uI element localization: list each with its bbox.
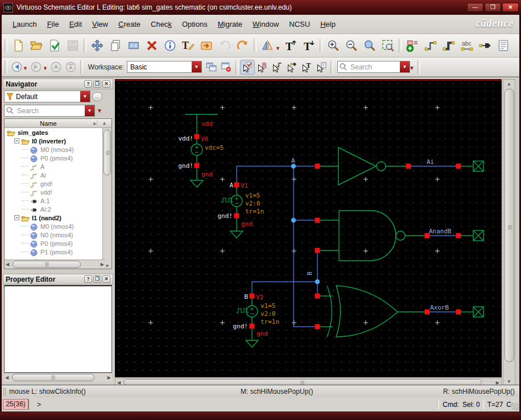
- new-file-button[interactable]: [9, 36, 27, 55]
- cursor-pin-button[interactable]: [284, 60, 299, 75]
- cursor-text-button[interactable]: T: [299, 60, 314, 75]
- nav-caret[interactable]: ▼: [43, 65, 48, 71]
- zoom-region-button[interactable]: [379, 36, 397, 55]
- ws-save-button[interactable]: [204, 60, 219, 75]
- tree-item-vdd-[interactable]: vdd!: [5, 188, 105, 196]
- workspace-select[interactable]: Basic ▼: [127, 61, 202, 73]
- nav-back-button[interactable]: [9, 60, 24, 75]
- nav-forward-button[interactable]: [29, 60, 44, 75]
- pin-square[interactable]: [195, 134, 200, 139]
- tree-item-p0-pmos4-[interactable]: P0 (pmos4): [5, 154, 105, 162]
- pin-square[interactable]: [315, 294, 320, 299]
- create-instance-button[interactable]: [403, 36, 421, 55]
- menu-window[interactable]: Window: [247, 18, 284, 31]
- close-button[interactable]: ✕: [502, 3, 519, 12]
- tree-item-m0-nmos4-[interactable]: M0 (nmos4): [5, 222, 105, 230]
- pin-square[interactable]: [456, 233, 461, 238]
- create-wide-wire-button[interactable]: [440, 36, 458, 55]
- menu-check[interactable]: Check: [146, 18, 177, 31]
- pin-square[interactable]: [250, 294, 255, 299]
- property-editor-float-button[interactable]: ❐: [93, 275, 101, 283]
- tree-item-gnd-[interactable]: gnd!: [5, 179, 105, 188]
- tree-header[interactable]: Name ▲ ▲: [5, 119, 111, 128]
- nav-caret[interactable]: ▼: [23, 65, 28, 71]
- stretch-button[interactable]: [125, 36, 143, 55]
- zoom-out-button[interactable]: [342, 36, 361, 55]
- tree-item-p0-pmos4-[interactable]: P0 (pmos4): [5, 239, 105, 248]
- pin-square[interactable]: [315, 248, 320, 253]
- pin-square[interactable]: [456, 310, 461, 315]
- tree-item-i1-nand2-[interactable]: −I1 (nand2): [5, 213, 105, 222]
- create-wire-button[interactable]: [421, 36, 440, 55]
- menu-launch[interactable]: Launch: [7, 18, 42, 31]
- pin-square[interactable]: [456, 164, 461, 169]
- pin-square[interactable]: [195, 163, 200, 168]
- zoom-in-button[interactable]: [324, 36, 342, 55]
- tree-item-a[interactable]: A: [5, 162, 105, 171]
- menu-file[interactable]: File: [42, 18, 64, 31]
- tree-item-n0-nmos4-[interactable]: N0 (nmos4): [5, 230, 105, 239]
- property-editor-close-button[interactable]: ✕: [102, 275, 110, 283]
- pin-square[interactable]: [406, 164, 411, 169]
- navigator-filter-select[interactable]: Default ▼: [4, 90, 90, 102]
- tree-item-m0-nmos4-[interactable]: M0 (nmos4): [5, 145, 105, 154]
- pin-square[interactable]: [315, 218, 320, 223]
- move-button[interactable]: [88, 36, 106, 55]
- navigator-search-more[interactable]: ▼: [97, 108, 102, 114]
- delete-button[interactable]: [143, 36, 161, 55]
- mirror-caret[interactable]: ▼: [275, 46, 280, 51]
- command-prompt[interactable]: >: [37, 401, 41, 409]
- properties-info-button[interactable]: [161, 36, 179, 55]
- search-caret[interactable]: ▼: [400, 61, 410, 72]
- tree-item-sim-gates[interactable]: sim_gates: [5, 128, 105, 137]
- filter-caret[interactable]: ▼: [80, 91, 90, 102]
- pin-square[interactable]: [425, 310, 430, 315]
- mirror-button[interactable]: [258, 36, 276, 55]
- wire-junction[interactable]: [291, 164, 296, 168]
- edit-text-button[interactable]: T: [179, 36, 197, 55]
- nav-up-button[interactable]: [49, 60, 64, 75]
- schematic-canvas[interactable]: vddvdd!V0vdc=5gnd!gndAV1v1=5v2:0tr=1ngnd…: [115, 79, 502, 377]
- pin-square[interactable]: [315, 164, 320, 169]
- search-more-caret[interactable]: ▼: [409, 65, 415, 71]
- wire-junction[interactable]: [291, 218, 296, 223]
- workspace-caret[interactable]: ▼: [192, 61, 201, 72]
- undo-button[interactable]: [216, 36, 234, 55]
- tree-item-i0-inverter-[interactable]: −I0 (inverter): [5, 137, 105, 145]
- copy-button[interactable]: [106, 36, 125, 55]
- tree-item-p1-pmos4-[interactable]: P1 (pmos4): [5, 248, 105, 256]
- pin-square[interactable]: [315, 324, 320, 330]
- redo-button[interactable]: [234, 36, 252, 55]
- menu-options[interactable]: Options: [177, 18, 213, 31]
- swap-view-button[interactable]: [197, 36, 216, 55]
- create-pin-button[interactable]: [476, 36, 494, 55]
- expander-icon[interactable]: −: [14, 215, 19, 220]
- tree-vscrollbar[interactable]: ▼: [102, 128, 111, 269]
- open-folder-button[interactable]: [27, 36, 46, 55]
- property-editor-titlebar[interactable]: Property Editor ? ❐ ✕: [3, 274, 113, 285]
- tree-hscrollbar[interactable]: ◀▶: [5, 260, 105, 269]
- title-bar[interactable]: Virtuoso Schematic Editor L Editing: lab…: [0, 0, 521, 15]
- t-ascend-button[interactable]: T: [282, 36, 300, 55]
- toolbar-search-input[interactable]: Search ▼: [337, 61, 410, 73]
- nav-top-button[interactable]: [64, 60, 78, 75]
- maximize-button[interactable]: ❐: [485, 3, 501, 12]
- navigator-help-button[interactable]: ?: [84, 80, 92, 88]
- menu-ncsu[interactable]: NCSU: [284, 18, 315, 31]
- cursor-wire-button[interactable]: [270, 60, 284, 75]
- wire-junction[interactable]: [315, 279, 320, 284]
- navigator-search-input[interactable]: Search ▼: [4, 105, 95, 117]
- t-descend-button[interactable]: T: [300, 36, 318, 55]
- cursor-instance-button[interactable]: [255, 60, 270, 75]
- property-editor-hscrollbar[interactable]: ◀▶: [4, 373, 112, 382]
- resize-grip[interactable]: [511, 403, 519, 410]
- menu-help[interactable]: Help: [315, 18, 341, 31]
- create-block-button[interactable]: [494, 36, 512, 55]
- zoom-fit-button[interactable]: [361, 36, 379, 55]
- canvas-vscrollbar[interactable]: ▲ ▼: [503, 79, 515, 386]
- menu-edit[interactable]: Edit: [64, 18, 87, 31]
- create-label-button[interactable]: abc: [458, 36, 476, 55]
- navigator-titlebar[interactable]: Navigator ? ❐ ✕: [3, 79, 113, 89]
- menu-create[interactable]: Create: [113, 18, 146, 31]
- ws-delete-button[interactable]: [219, 60, 234, 75]
